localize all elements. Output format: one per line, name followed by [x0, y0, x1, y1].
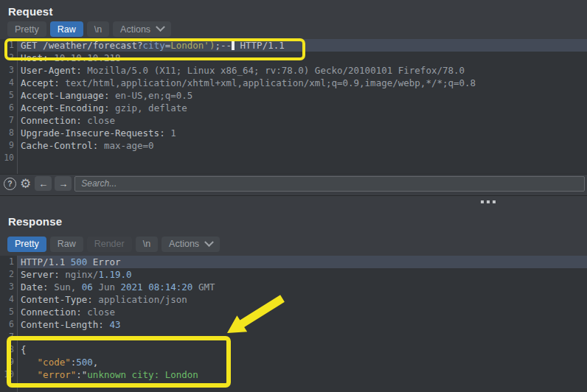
line-number: 10: [0, 152, 18, 164]
response-editor[interactable]: 1HTTP/1.1 500 Error2Server: nginx/1.19.0…: [0, 256, 587, 392]
code-line: 2Host: 10.10.10.218: [0, 52, 587, 64]
response-tab-render[interactable]: Render: [87, 237, 132, 252]
search-input[interactable]: [74, 176, 585, 192]
line-number: 2: [0, 52, 18, 64]
line-number: 10: [0, 368, 18, 381]
request-tabbar: PrettyRaw\nActions: [0, 18, 587, 39]
line-number: 1: [0, 39, 18, 52]
line-number: 9: [0, 356, 18, 368]
tab-label: Pretty: [15, 239, 39, 249]
arrow-right-icon: →: [58, 178, 68, 189]
prev-match-button[interactable]: ←: [35, 176, 52, 191]
line-number: 3: [0, 281, 18, 293]
line-number: 7: [0, 114, 18, 127]
code-line: 5Connection: close: [0, 306, 587, 318]
response-title-row: Response: [0, 209, 587, 234]
request-tab-pretty[interactable]: Pretty: [7, 21, 46, 37]
code-line: 10 "error":"unknown city: London: [0, 368, 587, 381]
line-number: 8: [0, 127, 18, 139]
line-number: 2: [0, 268, 18, 281]
tab-label: Actions: [120, 24, 150, 35]
code-line: 9 "code":500,: [0, 356, 587, 368]
code-line: 7Connection: close: [0, 114, 587, 127]
response-tab-pretty[interactable]: Pretty: [7, 237, 46, 252]
code-text[interactable]: User-Agent: Mozilla/5.0 (X11; Linux x86_…: [18, 64, 587, 77]
code-text[interactable]: Host: 10.10.10.218: [18, 52, 587, 64]
tab-label: Raw: [58, 24, 76, 35]
code-line: 8Upgrade-Insecure-Requests: 1: [0, 127, 587, 139]
tab-label: \n: [143, 239, 150, 249]
code-text[interactable]: HTTP/1.1 500 Error: [18, 256, 587, 268]
editor-filler: [0, 381, 587, 392]
code-line: 1HTTP/1.1 500 Error: [0, 256, 587, 268]
line-number: 7: [0, 331, 18, 343]
tab-label: Render: [94, 239, 125, 249]
line-number: 8: [0, 343, 18, 356]
code-text[interactable]: Accept-Encoding: gzip, deflate: [18, 102, 587, 114]
code-line: 4Content-Type: application/json: [0, 293, 587, 306]
tab-label: Actions: [169, 239, 199, 249]
code-text[interactable]: Date: Sun, 06 Jun 2021 08:14:20 GMT: [18, 281, 587, 293]
request-tab-raw[interactable]: Raw: [50, 21, 83, 37]
code-text[interactable]: Server: nginx/1.19.0: [18, 268, 587, 281]
code-text[interactable]: {: [18, 343, 587, 356]
code-text[interactable]: Content-Length: 43: [18, 318, 587, 331]
request-editor[interactable]: 1GET /weather/forecast?city=London');-- …: [0, 39, 587, 174]
panel-splitter[interactable]: [0, 195, 587, 209]
line-number: 4: [0, 293, 18, 306]
chevron-down-icon: [204, 237, 214, 247]
request-title-row: Request: [0, 0, 587, 18]
line-number: 5: [0, 89, 18, 102]
editor-filler: [0, 164, 587, 174]
line-number: 6: [0, 102, 18, 114]
code-line: 1GET /weather/forecast?city=London');-- …: [0, 39, 587, 52]
code-line: 8{: [0, 343, 587, 356]
code-line: 9Cache-Control: max-age=0: [0, 139, 587, 152]
response-tab-n[interactable]: \n: [136, 237, 158, 252]
code-line: 7: [0, 331, 587, 343]
code-line: 6Content-Length: 43: [0, 318, 587, 331]
code-text[interactable]: Connection: close: [18, 114, 587, 127]
help-icon[interactable]: ?: [4, 178, 16, 190]
code-line: 10: [0, 152, 587, 164]
code-text[interactable]: Accept-Language: en-US,en;q=0.5: [18, 89, 587, 102]
chevron-down-icon: [156, 22, 165, 32]
line-number: 5: [0, 306, 18, 318]
code-text[interactable]: Accept: text/html,application/xhtml+xml,…: [18, 77, 587, 89]
request-title: Request: [8, 5, 53, 18]
code-text[interactable]: [18, 331, 587, 343]
code-text[interactable]: Content-Type: application/json: [18, 293, 587, 306]
code-text[interactable]: [18, 152, 587, 164]
code-line: 3User-Agent: Mozilla/5.0 (X11; Linux x86…: [0, 64, 587, 77]
line-number: 6: [0, 318, 18, 331]
request-tab-actions[interactable]: Actions: [113, 21, 171, 37]
code-line: 5Accept-Language: en-US,en;q=0.5: [0, 89, 587, 102]
response-tabbar: PrettyRawRender\nActions: [0, 234, 587, 256]
code-text[interactable]: GET /weather/forecast?city=London');-- H…: [18, 39, 587, 52]
code-text[interactable]: Cache-Control: max-age=0: [18, 139, 587, 152]
splitter-handle-icon[interactable]: [481, 200, 496, 203]
code-line: 2Server: nginx/1.19.0: [0, 268, 587, 281]
request-panel: Request PrettyRaw\nActions 1GET /weather…: [0, 0, 587, 195]
line-number: 1: [0, 256, 18, 268]
code-line: 6Accept-Encoding: gzip, deflate: [0, 102, 587, 114]
next-match-button[interactable]: →: [55, 176, 72, 191]
code-line: 4Accept: text/html,application/xhtml+xml…: [0, 77, 587, 89]
line-number: 9: [0, 139, 18, 152]
line-number: 3: [0, 64, 18, 77]
code-text[interactable]: "error":"unknown city: London: [18, 368, 587, 381]
arrow-left-icon: ←: [38, 178, 48, 189]
response-tab-raw[interactable]: Raw: [50, 237, 83, 252]
code-text[interactable]: "code":500,: [18, 356, 587, 368]
tab-label: Raw: [58, 239, 76, 249]
tab-label: Pretty: [15, 24, 39, 35]
request-tab-n[interactable]: \n: [87, 21, 109, 37]
response-title: Response: [8, 215, 62, 228]
tab-label: \n: [94, 24, 102, 35]
code-text[interactable]: Connection: close: [18, 306, 587, 318]
response-panel: Response PrettyRawRender\nActions 1HTTP/…: [0, 209, 587, 392]
response-tab-actions[interactable]: Actions: [161, 237, 220, 252]
gear-icon[interactable]: ⚙: [20, 178, 31, 190]
line-number: 4: [0, 77, 18, 89]
code-text[interactable]: Upgrade-Insecure-Requests: 1: [18, 127, 587, 139]
